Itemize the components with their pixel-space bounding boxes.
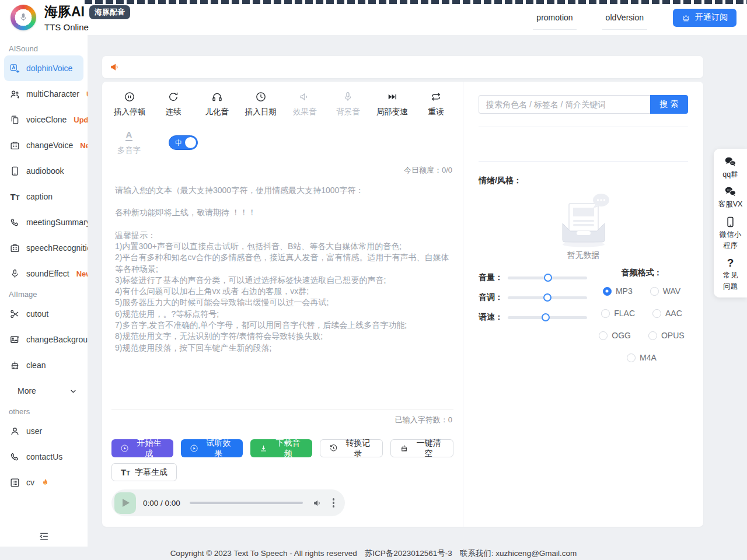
history-clock-icon [329,444,338,453]
sidebar-item-speechrecognition[interactable]: speechRecognition [0,235,88,261]
toolbar-re-read[interactable]: 重读 [421,91,451,117]
format-flac[interactable]: FLAC [601,309,635,318]
toolbar-label: 背景音 [336,107,360,117]
voice-panel: 搜 索 情绪/风格： [463,82,703,527]
play-icon [123,499,130,507]
toolbar-erhua[interactable]: 儿化音 [202,91,232,117]
voice-search: 搜 索 [479,95,688,114]
sidebar-item-badge: New [76,270,88,278]
preview-button[interactable]: 试听效果 [181,439,243,457]
sidebar-item-label: soundEffect [26,269,69,278]
format-label: FLAC [614,309,635,318]
volume-slider[interactable] [508,276,587,279]
app-title-block: 海豚AI 海豚配音 TTS Online [44,3,130,32]
sidebar-item-audiobook[interactable]: audiobook [0,158,88,184]
history-button[interactable]: 转换记录 [320,439,383,457]
icp-number[interactable]: 苏ICP备2023012561号-3 [365,548,452,559]
toolbar-insert-date[interactable]: 插入日期 [245,91,277,117]
button-label: 一键清空 [413,438,444,459]
headphones-icon [211,91,223,103]
sidebar-item-label: meetingSummary [26,218,88,227]
text-input[interactable]: 请输入您的文本（最大支持3000字符，使用情感最大支持1000字符： 各种新功能… [111,185,453,410]
nav-promotion[interactable]: promotion [533,13,576,30]
sliders: 音量： 音调： 语速： [479,268,587,375]
sidebar-item-label: user [26,426,42,436]
smartphone-icon [724,216,736,228]
volume-slider-row: 音量： [479,268,587,288]
player-play-button[interactable] [114,492,136,514]
wechat-support-item[interactable]: 客服VX [718,186,743,209]
sidebar-item-voiceclone[interactable]: voiceClone Upd [0,107,88,132]
sidebar-item-caption[interactable]: TT caption [0,184,88,209]
sidebar-item-more[interactable]: More [0,378,88,404]
subscribe-button[interactable]: 开通订阅 [673,9,736,27]
contact-label: 问题 [723,282,738,291]
translate-icon [9,63,20,74]
text-icon: TT [121,467,130,477]
toolbar-local-speed[interactable]: 局部变速 [376,91,408,117]
slider-handle[interactable] [542,313,550,321]
volume-icon[interactable] [312,498,323,509]
phone-icon [9,452,20,463]
sidebar-item-cv[interactable]: cv [0,470,88,495]
sidebar-collapse-button[interactable] [0,531,88,542]
speed-slider[interactable] [508,316,587,319]
sidebar-item-soundeffect[interactable]: soundEffect New [0,261,88,286]
app-logo[interactable] [11,5,36,30]
nav-oldversion[interactable]: oldVersion [602,13,647,30]
sidebar-section-aiimage: AIImage [9,290,88,299]
format-mp3[interactable]: MP3 [603,286,633,296]
radio-icon [650,287,659,296]
format-wav[interactable]: WAV [650,286,680,296]
sidebar-item-contactus[interactable]: contactUs [0,444,88,470]
sidebar-item-label: multiCharacter [26,89,79,99]
sidebar-item-label: voiceClone [26,115,67,124]
toolbar-continuous[interactable]: 连续 [158,91,189,117]
radio-icon [648,331,657,340]
button-label: 试听效果 [203,438,234,459]
text-icon: TT [9,192,20,202]
format-m4a[interactable]: M4A [627,353,657,362]
download-button[interactable]: 下载音频 [250,439,312,457]
sidebar-item-meetingsummary[interactable]: meetingSummary [0,209,88,235]
player-menu-button[interactable] [330,496,337,510]
subtitle-button[interactable]: TT 字幕生成 [111,463,177,481]
polyphonic-toggle[interactable]: 中 [169,135,198,150]
search-button[interactable]: 搜 索 [650,95,688,114]
toolbar-insert-pause[interactable]: 插入停顿 [114,91,145,117]
main-area: 插入停顿 连续 儿化音 插入日期 效果音 [88,35,747,547]
generate-button[interactable]: 开始生成 [111,439,173,457]
format-label: MP3 [616,286,633,296]
slider-handle[interactable] [543,293,551,302]
broom-icon [9,360,20,371]
pitch-slider[interactable] [508,296,587,299]
search-input[interactable] [479,95,650,114]
play-circle-icon [120,444,129,453]
format-aac[interactable]: AAC [652,309,682,318]
format-ogg[interactable]: OGG [599,331,631,340]
clear-button[interactable]: 一键清空 [390,439,453,457]
phone-icon [9,217,20,228]
clipboard-icon [9,243,20,254]
qq-group-item[interactable]: qq群 [722,156,738,179]
button-label: 转换记录 [343,438,374,459]
empty-box-illustration [537,191,630,249]
faq-item[interactable]: ? 常见 问题 [723,257,738,292]
sidebar-item-cutout[interactable]: cutout [0,301,88,327]
radio-icon [601,309,610,318]
sidebar-item-changebackground[interactable]: changeBackground [0,327,88,352]
slider-handle[interactable] [544,274,552,282]
sidebar-item-multicharacter[interactable]: multiCharacter Upd [0,81,88,107]
sidebar-item-clean[interactable]: clean [0,352,88,378]
sidebar-item-user[interactable]: user [0,418,88,444]
sidebar-item-dolphinvoice[interactable]: dolphinVoice [4,55,83,81]
sidebar-item-changevoice[interactable]: changeVoice New [0,132,88,158]
player-progress[interactable] [190,502,303,504]
pitch-slider-row: 音调： [479,288,587,307]
wechat-miniprogram-item[interactable]: 微信小 程序 [720,216,742,251]
sidebar-item-label: More [18,386,36,396]
app-subtitle: TTS Online [44,22,130,32]
copy-icon [9,114,20,125]
toolbar-sound-effect: 效果音 [289,91,320,117]
format-opus[interactable]: OPUS [648,331,685,340]
